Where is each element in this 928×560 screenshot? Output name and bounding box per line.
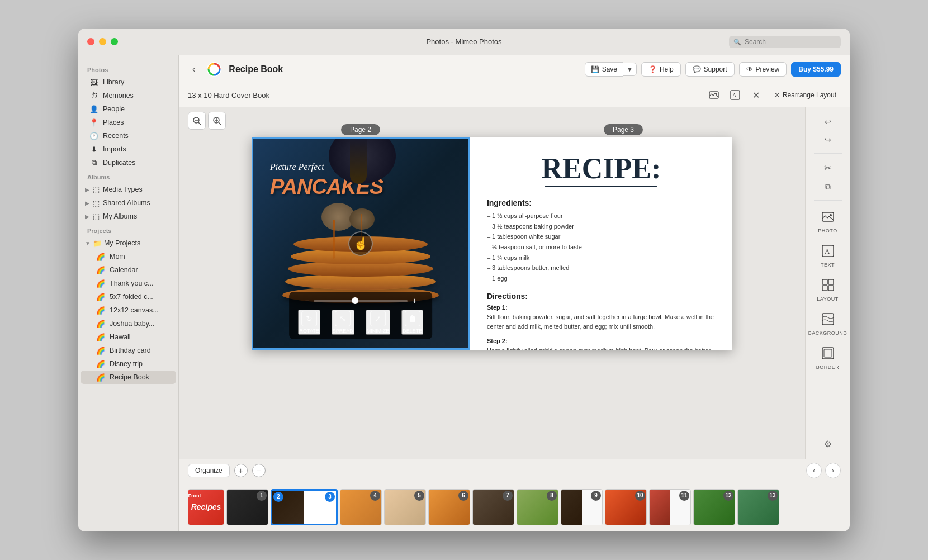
panel-border-btn[interactable]: BORDER (808, 343, 847, 374)
minimize-button[interactable] (99, 38, 106, 45)
prev-page-button[interactable]: ‹ (806, 463, 822, 478)
thumb-3-badge: 3 (325, 492, 335, 502)
app-logo (206, 61, 222, 77)
close-button[interactable] (87, 38, 94, 45)
sidebar-label-duplicates: Duplicates (103, 159, 135, 167)
thumb-2-badge: 2 (273, 492, 283, 502)
spread-button[interactable]: ⤡ SPREAD (332, 310, 354, 335)
content-area: ‹ Recipe Book 💾 Save (179, 55, 850, 531)
sidebar-item-memories[interactable]: ⏱ Memories (81, 89, 176, 102)
chevron-icon: ▶ (85, 187, 89, 193)
delete-button[interactable]: 🗑 DELETE (401, 310, 423, 335)
sidebar-item-12x12[interactable]: 🌈 12x12 canvas... (81, 303, 176, 317)
canvas-wrapper: Page 2 Page 3 (190, 118, 794, 350)
minimize-label: MINIMIZE (367, 328, 390, 334)
panel-layout-btn[interactable]: LAYOUT (808, 274, 847, 306)
thumb-4[interactable]: 4 (340, 489, 382, 525)
rotate-button[interactable]: ↻ ROTATE (299, 310, 320, 335)
support-button[interactable]: 💬 Support (685, 62, 735, 77)
organize-button[interactable]: Organize (188, 464, 230, 477)
sidebar-item-calendar[interactable]: 🌈 Calendar (81, 263, 176, 277)
search-input[interactable] (729, 36, 841, 48)
thumb-5[interactable]: 5 (384, 489, 426, 525)
sidebar-item-joshua[interactable]: 🌈 Joshua baby... (81, 317, 176, 330)
maximize-button[interactable] (111, 38, 118, 45)
sidebar-item-people[interactable]: 👤 People (81, 102, 176, 116)
sidebar-label-birthday: Birthday card (110, 347, 151, 354)
thumb-12[interactable]: 12 (693, 489, 735, 525)
sidebar-item-library[interactable]: 🖼 Library (81, 75, 176, 89)
next-page-button[interactable]: › (825, 463, 841, 478)
thumb-8[interactable]: 8 (517, 489, 558, 525)
thumb-1-badge: 1 (257, 491, 267, 501)
zoom-slider[interactable]: − + (305, 296, 416, 305)
close-icon-btn[interactable]: ✕ (748, 87, 765, 103)
sidebar-item-imports[interactable]: ⬇ Imports (81, 143, 176, 156)
sidebar-item-hawaii[interactable]: 🌈 Hawaii (81, 330, 176, 344)
svg-rect-20 (822, 314, 834, 325)
panel-photo-btn[interactable]: PHOTO (808, 206, 847, 238)
rearrange-layout-btn[interactable]: ✕ Rearrange Layout (769, 87, 841, 103)
thumb-7[interactable]: 7 (472, 489, 514, 525)
thumb-front[interactable]: Recipes Front (188, 489, 224, 525)
sidebar-item-mom[interactable]: 🌈 Mom (81, 250, 176, 263)
preview-button[interactable]: 👁 Preview (739, 62, 787, 77)
remove-page-button[interactable]: − (252, 464, 266, 477)
buy-label: Buy $55.99 (798, 65, 834, 73)
bottom-strip: Organize + − ‹ › Recipes Front (179, 459, 850, 531)
thumb-1[interactable]: 1 (226, 489, 268, 525)
save-icon: 💾 (591, 65, 599, 73)
redo-button[interactable]: ↪ (820, 132, 836, 148)
thumb-11[interactable]: 11 (649, 489, 691, 525)
add-photo-icon-btn[interactable] (706, 87, 722, 103)
nav-arrows: ‹ › (806, 463, 841, 478)
sidebar-item-recipebook[interactable]: 🌈 Recipe Book (81, 371, 176, 384)
svg-point-2 (716, 93, 717, 95)
book-page-left[interactable]: Picture Perfect PANCAKES (252, 137, 470, 350)
layout-panel-label: LAYOUT (817, 296, 838, 302)
ingredients-text: – 1 ½ cups all-purpose flour – 3 ½ teasp… (487, 211, 716, 284)
copy-button[interactable]: ⧉ (820, 179, 836, 194)
sidebar-item-5x7[interactable]: 🌈 5x7 folded c... (81, 290, 176, 303)
minimize-icon: ⤢ (370, 311, 386, 326)
sidebar-item-shared-albums[interactable]: ▶ ⬚ Shared Albums (81, 196, 176, 210)
sidebar-item-disney[interactable]: 🌈 Disney trip (81, 357, 176, 371)
project-icon-recipe: 🌈 (96, 373, 105, 382)
add-page-button[interactable]: + (234, 464, 248, 477)
buy-button[interactable]: Buy $55.99 (791, 62, 841, 77)
save-dropdown-button[interactable]: ▼ (623, 63, 637, 76)
my-albums-icon: ⬚ (92, 212, 101, 221)
thumb-13[interactable]: 13 (737, 489, 779, 525)
sidebar-item-media-types[interactable]: ▶ ⬚ Media Types (81, 183, 176, 196)
panel-text-btn[interactable]: A TEXT (808, 240, 847, 272)
settings-button[interactable]: ⚙ (820, 435, 836, 452)
sidebar-item-duplicates[interactable]: ⧉ Duplicates (81, 156, 176, 169)
thumb-2-3[interactable]: 2 3 (271, 489, 338, 525)
text-icon-btn[interactable]: A (727, 87, 744, 103)
panel-background-btn[interactable]: BACKGROUND (808, 309, 847, 340)
sidebar-label-recipe: Recipe Book (110, 373, 149, 381)
app-window: Photos - Mimeo Photos Photos 🖼 Library ⏱… (78, 29, 850, 531)
thumb-9[interactable]: 9 (561, 489, 603, 525)
sidebar-item-birthday[interactable]: 🌈 Birthday card (81, 344, 176, 357)
help-button[interactable]: ❓ Help (641, 62, 681, 77)
back-button[interactable]: ‹ (188, 62, 200, 77)
photo-panel-label: PHOTO (818, 228, 837, 234)
library-icon: 🖼 (89, 78, 98, 87)
sidebar-item-my-albums[interactable]: ▶ ⬚ My Albums (81, 210, 176, 223)
crop-icon[interactable]: ✂ (821, 159, 835, 177)
thumb-6[interactable]: 6 (428, 489, 470, 525)
undo-button[interactable]: ↩ (820, 114, 836, 130)
sidebar-item-thankyou[interactable]: 🌈 Thank you c... (81, 277, 176, 290)
thumb-10[interactable]: 10 (605, 489, 647, 525)
svg-rect-22 (824, 349, 832, 357)
sidebar-item-recents[interactable]: 🕐 Recents (81, 129, 176, 143)
book-spread: Picture Perfect PANCAKES (252, 137, 732, 350)
sidebar-item-my-projects[interactable]: ▼ 📁 My Projects (81, 236, 176, 250)
minimize-button[interactable]: ⤢ MINIMIZE (366, 310, 391, 335)
places-icon: 📍 (89, 118, 98, 127)
save-button[interactable]: 💾 Save (585, 62, 623, 77)
imports-icon: ⬇ (89, 145, 98, 154)
sidebar-item-places[interactable]: 📍 Places (81, 116, 176, 129)
spread-icon: ⤡ (335, 311, 351, 326)
